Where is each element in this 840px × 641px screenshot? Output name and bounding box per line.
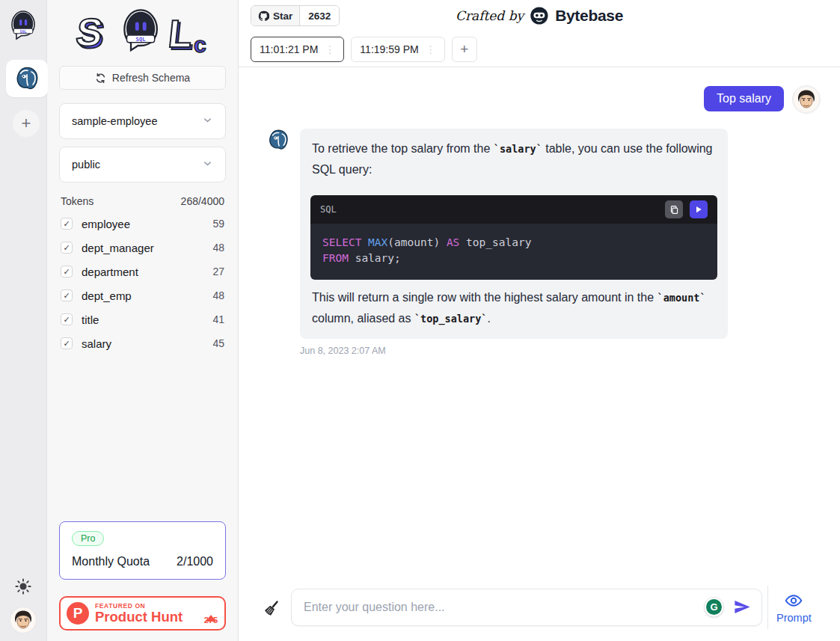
product-hunt-badge[interactable]: P FEATURED ON Product Hunt 275 — [59, 596, 226, 631]
product-hunt-text: FEATURED ON Product Hunt — [95, 603, 183, 625]
play-icon — [694, 205, 703, 214]
product-hunt-logo-icon: P — [67, 602, 89, 625]
code-block-header: SQL — [310, 195, 717, 224]
refresh-schema-label: Refresh Schema — [112, 72, 190, 84]
user-face-icon — [793, 86, 820, 113]
bytebase-logo-icon — [530, 6, 549, 25]
new-conversation-button[interactable]: + — [452, 37, 477, 62]
prompt-label: Prompt — [776, 612, 812, 624]
quota-value: 2/1000 — [177, 555, 213, 568]
robot-icon: SQL — [10, 10, 37, 40]
sql-text: salary; — [349, 252, 401, 264]
table-checkbox[interactable]: ✓ — [61, 289, 73, 301]
user-message-bubble[interactable]: Top salary — [704, 86, 784, 111]
table-row-salary: ✓ salary 45 — [59, 331, 226, 355]
table-token-count: 48 — [212, 242, 224, 254]
star-label: Star — [273, 10, 292, 22]
top-bar: Star 2632 Crafted by Bytebase — [239, 0, 840, 31]
question-input-box: G — [291, 589, 762, 626]
table-checkbox[interactable]: ✓ — [61, 313, 73, 325]
refresh-icon — [95, 73, 106, 84]
add-connection-button[interactable]: + — [13, 110, 40, 137]
svg-text:SQL: SQL — [19, 29, 26, 34]
refresh-schema-button[interactable]: Refresh Schema — [59, 66, 226, 90]
postgresql-icon — [267, 129, 289, 151]
svg-text:SQL: SQL — [135, 36, 146, 43]
sqlchat-logo: S S SQL L L c — [59, 0, 226, 66]
database-select[interactable]: sample-employee — [59, 103, 226, 139]
table-name: salary — [82, 337, 111, 350]
user-profile-avatar[interactable] — [10, 607, 37, 634]
grammarly-icon: G — [706, 599, 722, 615]
sun-icon — [15, 578, 31, 595]
table-checkbox[interactable]: ✓ — [61, 266, 73, 277]
assistant-message-bubble: To retrieve the top salary from the `sal… — [300, 129, 728, 339]
table-name: department — [82, 266, 138, 278]
star-count: 2632 — [300, 6, 339, 25]
grammarly-badge[interactable]: G — [704, 597, 724, 617]
sidebar: S S SQL L L c Refresh Schema sa — [47, 0, 239, 641]
sql-keyword: FROM — [322, 252, 349, 264]
conversation-tabs: 11:01:21 PM ⋮ 11:19:59 PM ⋮ + — [239, 31, 840, 67]
main-panel: Star 2632 Crafted by Bytebase 11:01:21 P… — [239, 0, 840, 641]
tab-conversation-2[interactable]: 11:19:59 PM ⋮ — [351, 37, 444, 62]
user-message-row: Top salary — [267, 85, 821, 114]
copy-code-button[interactable] — [665, 200, 683, 218]
github-star-button[interactable]: Star — [251, 6, 300, 25]
send-button[interactable] — [732, 597, 752, 617]
code-actions — [665, 200, 708, 218]
clear-conversation-button[interactable] — [263, 598, 281, 616]
crafted-by-brand[interactable]: Crafted by Bytebase — [456, 6, 623, 25]
assistant-message-row: To retrieve the top salary from the `sal… — [267, 129, 821, 339]
tokens-row: Tokens 268/4000 — [59, 195, 226, 207]
chevron-down-icon — [202, 158, 213, 171]
featured-on-label: FEATURED ON — [95, 603, 183, 610]
theme-toggle-button[interactable] — [15, 578, 31, 595]
sql-code-block: SQL — [310, 195, 717, 280]
copy-icon — [669, 205, 679, 215]
database-select-value: sample-employee — [72, 115, 157, 127]
quota-label: Monthly Quota — [72, 555, 150, 568]
sql-keyword: AS — [447, 236, 459, 248]
sql-text: (amount) — [387, 236, 447, 248]
send-icon — [732, 597, 752, 617]
tab-menu-icon[interactable]: ⋮ — [426, 43, 436, 55]
text: . — [488, 312, 491, 325]
text: column, aliased as — [312, 312, 414, 325]
table-row-employee: ✓ employee 59 — [59, 212, 226, 236]
table-token-count: 59 — [212, 218, 224, 230]
pro-badge: Pro — [72, 531, 104, 546]
svg-text:c: c — [194, 32, 206, 57]
prompt-button[interactable]: Prompt — [776, 591, 812, 624]
run-query-button[interactable] — [690, 200, 708, 218]
github-star-widget[interactable]: Star 2632 — [251, 5, 340, 26]
rail-bottom — [10, 578, 37, 634]
table-checkbox[interactable]: ✓ — [61, 337, 73, 349]
table-row-dept-emp: ✓ dept_emp 48 — [59, 283, 226, 307]
tab-menu-icon[interactable]: ⋮ — [325, 43, 335, 55]
github-icon — [258, 10, 269, 22]
schema-select[interactable]: public — [59, 147, 226, 183]
user-face-icon — [10, 607, 37, 634]
connection-postgres-selected[interactable] — [6, 60, 48, 97]
table-row-dept-manager: ✓ dept_manager 48 — [59, 236, 226, 260]
table-name: title — [82, 313, 99, 326]
code-content[interactable]: SELECT MAX(amount) AS top_salary FROM sa… — [310, 224, 717, 280]
chevron-down-icon — [202, 114, 213, 128]
text: This will return a single row with the h… — [312, 291, 657, 304]
tab-conversation-1[interactable]: 11:01:21 PM ⋮ — [251, 37, 344, 62]
left-rail: SQL + — [0, 0, 47, 641]
table-checkbox[interactable]: ✓ — [61, 242, 73, 254]
sql-keyword: SELECT — [322, 236, 368, 248]
pro-quota-card: Pro Monthly Quota 2/1000 — [59, 521, 226, 580]
upvote-number: 275 — [204, 616, 218, 625]
schema-select-value: public — [72, 159, 100, 171]
question-input[interactable] — [293, 601, 704, 614]
user-avatar — [792, 85, 821, 114]
table-checkbox[interactable]: ✓ — [61, 218, 73, 230]
table-row-title: ✓ title 41 — [59, 307, 226, 331]
sqlchat-bot-avatar[interactable]: SQL — [10, 10, 37, 40]
inline-code-top-salary: `top_salary` — [414, 313, 488, 325]
upvote-count: 275 — [204, 602, 218, 625]
table-name: dept_emp — [82, 289, 132, 302]
